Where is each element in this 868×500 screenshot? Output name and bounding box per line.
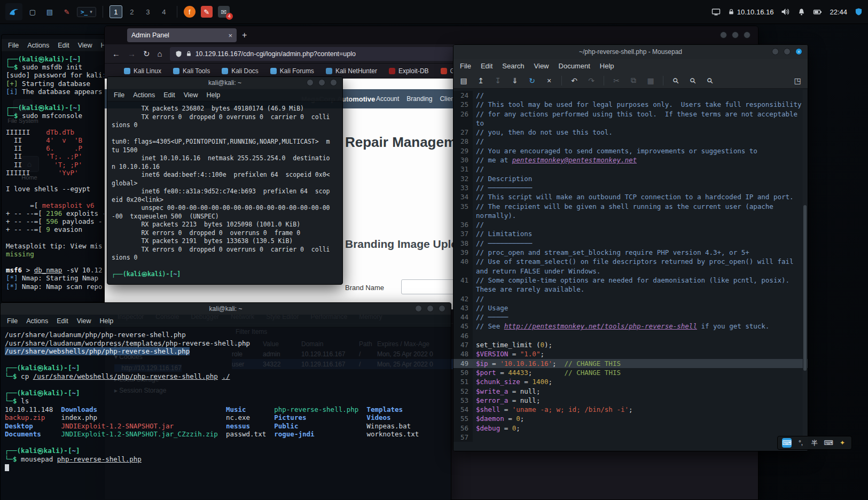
close-button[interactable] — [439, 305, 445, 312]
menu-item-view[interactable]: View — [77, 317, 91, 325]
revert-icon[interactable]: ↻ — [527, 76, 537, 85]
menu-item-branding[interactable]: Branding — [406, 95, 432, 103]
menu-item-actions[interactable]: Actions — [133, 91, 155, 99]
menu-item-view[interactable]: View — [184, 91, 198, 99]
bookmark-kali-docs[interactable]: Kali Docs — [222, 67, 259, 75]
terminal-output[interactable]: TX packets 236802 bytes 49180174 (46.9 M… — [107, 101, 342, 282]
menu-item-help[interactable]: Help — [207, 91, 221, 99]
ime-punctuation-mode[interactable]: °, — [796, 438, 806, 448]
input-method-bar[interactable]: ⌨°,半⌨✦ — [777, 436, 852, 450]
menu-item-file[interactable]: File — [114, 91, 124, 99]
bookmark-kali-forums[interactable]: Kali Forums — [270, 67, 314, 75]
workspace-2[interactable]: 2 — [126, 5, 138, 18]
bookmark-kali-nethunter[interactable]: Kali NetHunter — [326, 67, 377, 75]
menu-item-account[interactable]: Account — [376, 95, 399, 103]
menu-item-actions[interactable]: Actions — [26, 317, 48, 325]
show-desktop-icon[interactable]: ▢ — [27, 6, 38, 18]
kali-menu-button[interactable] — [5, 3, 22, 20]
forward-button[interactable]: → — [128, 49, 136, 58]
chat-indicator-icon[interactable]: ✉4 — [218, 6, 230, 18]
terminal-output[interactable]: /usr/share/laudanum/php/php-reverse-shel… — [1, 327, 451, 475]
reload-button[interactable]: ↻ — [143, 49, 150, 59]
minimize-button[interactable] — [415, 305, 422, 312]
clock[interactable]: 22:44 — [830, 8, 847, 16]
notifications-bell-icon[interactable] — [797, 7, 806, 16]
menu-item-view[interactable]: View — [534, 62, 549, 70]
code-editor[interactable]: 24//25// This tool may be used for legal… — [453, 89, 808, 451]
firefox-indicator-icon[interactable]: f — [184, 6, 196, 18]
menu-item-view[interactable]: View — [78, 42, 92, 49]
file-manager-icon[interactable]: ▤ — [44, 6, 56, 18]
menu-item-help[interactable]: Help — [600, 62, 614, 70]
battery-icon[interactable] — [813, 7, 822, 16]
terminal-window-shell[interactable]: kali@kali: ~ FileActionsEditViewHelp /us… — [0, 302, 451, 500]
close-button[interactable] — [744, 32, 750, 38]
copy-icon[interactable]: ⧉ — [629, 76, 638, 85]
paste-icon[interactable]: ▦ — [646, 76, 655, 85]
close-button[interactable] — [330, 79, 337, 86]
shield-icon[interactable] — [175, 50, 182, 58]
terminal-dropdown[interactable]: >_ ▾ — [77, 7, 96, 17]
minimize-button[interactable] — [307, 79, 314, 86]
bookmark-kali-tools[interactable]: Kali Tools — [173, 67, 210, 75]
mousepad-window[interactable]: ~/php-reverse-shell.php - Mousepad × Fil… — [453, 44, 808, 451]
find-replace-icon[interactable]: ⚲ — [686, 74, 699, 87]
terminal-titlebar[interactable]: kali@kali: ~ — [1, 303, 451, 315]
tab-admin-panel[interactable]: Admin Panel × — [127, 28, 237, 42]
mousepad-titlebar[interactable]: ~/php-reverse-shell.php - Mousepad × — [453, 45, 808, 59]
undo-icon[interactable]: ↶ — [569, 76, 579, 85]
terminal-window-ifconfig[interactable]: kali@kali: ~ FileActionsEditViewHelp TX … — [107, 76, 343, 285]
close-document-icon[interactable]: × — [544, 76, 554, 85]
editor-scrollbar[interactable] — [803, 90, 807, 450]
workspace-3[interactable]: 3 — [142, 5, 154, 18]
ime-width-mode[interactable]: 半 — [810, 438, 819, 448]
menu-item-edit[interactable]: Edit — [58, 42, 69, 49]
menu-item-edit[interactable]: Edit — [481, 62, 492, 70]
text-editor-icon[interactable]: ✎ — [61, 6, 73, 18]
scrollbar-thumb[interactable] — [803, 205, 807, 371]
new-tab-button[interactable]: + — [242, 30, 247, 40]
find-icon[interactable]: ⚲ — [669, 74, 682, 87]
cut-icon[interactable]: ✂ — [612, 76, 621, 85]
menu-item-edit[interactable]: Edit — [57, 317, 68, 325]
open-file-icon[interactable]: ↥ — [476, 76, 486, 85]
minimize-button[interactable] — [720, 32, 727, 38]
workspace-1[interactable]: 1 — [110, 5, 122, 18]
menu-item-file[interactable]: File — [7, 317, 18, 325]
home-button[interactable]: ⌂ — [158, 49, 162, 58]
mousepad-indicator-icon[interactable]: ✎ — [201, 6, 213, 18]
close-button[interactable]: × — [795, 48, 802, 55]
maximize-button[interactable] — [732, 32, 739, 38]
maximize-button[interactable] — [427, 305, 434, 312]
maximize-button[interactable] — [318, 79, 325, 86]
ime-keyboard-icon[interactable]: ⌨ — [824, 438, 833, 448]
workspace-4[interactable]: 4 — [158, 5, 170, 18]
terminal-titlebar[interactable]: kali@kali: ~ — [107, 77, 342, 89]
minimize-button[interactable] — [772, 48, 779, 55]
menu-item-search[interactable]: Search — [502, 62, 524, 70]
menu-item-document[interactable]: Document — [559, 62, 590, 70]
ime-lamp-icon[interactable]: ✦ — [838, 438, 847, 448]
save-icon[interactable]: ↧ — [493, 76, 503, 85]
go-to-icon[interactable]: ⚲ — [703, 74, 716, 87]
ime-input-method-icon[interactable]: ⌨ — [782, 438, 792, 448]
vpn-indicator[interactable]: 10.10.16.16 — [728, 8, 774, 16]
menu-item-help[interactable]: Help — [100, 317, 114, 325]
volume-icon[interactable] — [781, 7, 790, 16]
display-icon[interactable] — [711, 7, 721, 16]
redo-icon[interactable]: ↷ — [587, 76, 596, 85]
back-button[interactable]: ← — [112, 49, 120, 58]
bookmark-exploit-db[interactable]: Exploit-DB — [389, 67, 429, 75]
fullscreen-icon[interactable]: ◳ — [793, 76, 802, 85]
menu-item-edit[interactable]: Edit — [163, 91, 175, 99]
save-as-icon[interactable]: ⇓ — [510, 76, 520, 85]
padlock-icon[interactable] — [186, 50, 192, 57]
menu-item-file[interactable]: File — [460, 62, 471, 70]
new-file-icon[interactable]: ▤ — [459, 76, 468, 85]
screensaver-lock-icon[interactable] — [855, 7, 863, 16]
maximize-button[interactable] — [784, 48, 791, 55]
menu-item-actions[interactable]: Actions — [27, 42, 49, 49]
tab-close-icon[interactable]: × — [228, 32, 232, 40]
bookmark-kali-linux[interactable]: Kali Linux — [124, 67, 161, 75]
menu-item-file[interactable]: File — [8, 42, 19, 49]
